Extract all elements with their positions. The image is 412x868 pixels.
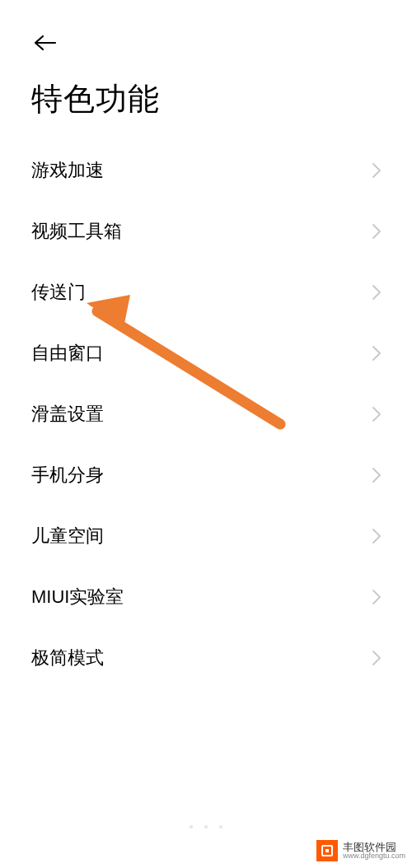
- chevron-right-icon: [372, 651, 381, 665]
- watermark: 丰图软件园 www.dgfengtu.com: [316, 840, 405, 861]
- list-item-label: 儿童空间: [31, 524, 104, 548]
- list-item-label: 传送门: [31, 280, 86, 305]
- settings-list: 游戏加速 视频工具箱 传送门 自由窗口 滑盖设置 手机分身 儿童空间 MIUI实…: [0, 140, 412, 688]
- list-item-label: 滑盖设置: [31, 402, 104, 427]
- list-item-second-space[interactable]: 手机分身: [0, 445, 412, 506]
- chevron-right-icon: [372, 407, 381, 422]
- list-item-miui-lab[interactable]: MIUI实验室: [0, 567, 412, 628]
- chevron-right-icon: [372, 529, 381, 544]
- home-indicator: [190, 825, 222, 832]
- list-item-portal[interactable]: 传送门: [0, 262, 412, 323]
- back-arrow-icon: [34, 35, 57, 51]
- list-item-label: 游戏加速: [31, 158, 104, 183]
- list-item-free-window[interactable]: 自由窗口: [0, 323, 412, 384]
- back-button[interactable]: [31, 31, 59, 54]
- list-item-label: 视频工具箱: [31, 219, 122, 244]
- list-item-label: 极简模式: [31, 646, 104, 670]
- list-item-game-boost[interactable]: 游戏加速: [0, 140, 412, 201]
- chevron-right-icon: [372, 590, 381, 604]
- list-item-label: MIUI实验室: [31, 585, 124, 609]
- chevron-right-icon: [372, 346, 381, 361]
- list-item-child-space[interactable]: 儿童空间: [0, 506, 412, 567]
- chevron-right-icon: [372, 163, 381, 178]
- chevron-right-icon: [372, 468, 381, 483]
- chevron-right-icon: [372, 285, 381, 300]
- list-item-simple-mode[interactable]: 极简模式: [0, 628, 412, 688]
- page-title: 特色功能: [31, 78, 160, 120]
- watermark-url: www.dgfengtu.com: [343, 852, 405, 860]
- chevron-right-icon: [372, 224, 381, 239]
- list-item-label: 自由窗口: [31, 341, 104, 366]
- list-item-label: 手机分身: [31, 463, 104, 488]
- watermark-logo-icon: [316, 840, 338, 861]
- list-item-video-toolbox[interactable]: 视频工具箱: [0, 201, 412, 262]
- list-item-slider-settings[interactable]: 滑盖设置: [0, 384, 412, 445]
